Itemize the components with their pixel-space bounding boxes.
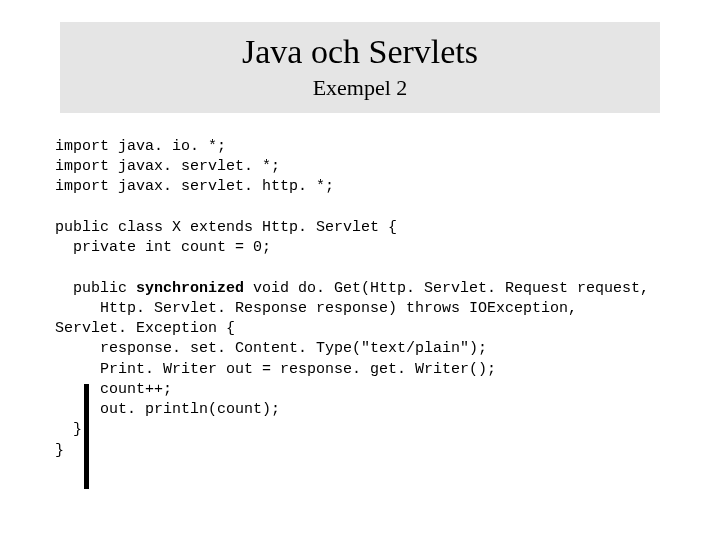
emphasis-bar <box>84 384 89 489</box>
code-keyword-synchronized: synchronized <box>136 280 244 297</box>
code-line: public class X extends Http. Servlet { <box>55 219 397 236</box>
slide-subtitle: Exempel 2 <box>60 75 660 101</box>
code-line: import java. io. *; <box>55 138 226 155</box>
code-line: import javax. servlet. *; <box>55 158 280 175</box>
code-line: private int count = 0; <box>55 239 271 256</box>
code-block: import java. io. *; import javax. servle… <box>55 137 720 461</box>
code-line: Http. Servlet. Response response) throws… <box>55 300 577 317</box>
slide-title: Java och Servlets <box>60 32 660 73</box>
code-line-part: public <box>55 280 136 297</box>
code-line: response. set. Content. Type("text/plain… <box>55 340 487 357</box>
code-line: } <box>55 442 64 459</box>
code-line: import javax. servlet. http. *; <box>55 178 334 195</box>
code-line: count++; <box>55 381 172 398</box>
slide: Java och Servlets Exempel 2 import java.… <box>0 22 720 540</box>
header-block: Java och Servlets Exempel 2 <box>60 22 660 113</box>
code-line: } <box>55 421 82 438</box>
code-line: Servlet. Exception { <box>55 320 235 337</box>
code-line-part: void do. Get(Http. Servlet. Request requ… <box>244 280 649 297</box>
code-line: Print. Writer out = response. get. Write… <box>55 361 496 378</box>
